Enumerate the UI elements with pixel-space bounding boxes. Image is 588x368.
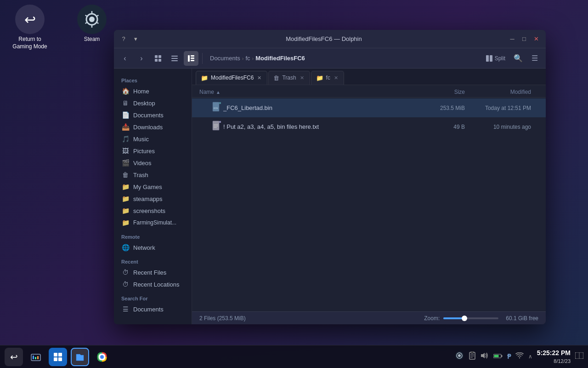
sidebar-item-search-documents-label: Documents (133, 306, 164, 313)
music-icon: 🎵 (121, 135, 130, 143)
file-bin-icon: BIN (210, 101, 223, 115)
sidebar-item-steamapps[interactable]: 📁 steamapps (114, 193, 192, 205)
sidebar-item-recent-locations[interactable]: ⏱ Recent Locations (114, 278, 192, 290)
file-bin-modified: Today at 12:51 PM (465, 105, 538, 111)
svg-rect-37 (58, 353, 62, 356)
network-icon: 🌐 (121, 244, 130, 251)
sidebar-item-trash[interactable]: 🗑 Trash (114, 169, 192, 181)
return-gaming-icon[interactable]: ↩ Return toGaming Mode (9, 5, 51, 50)
tab-trash[interactable]: 🗑 Trash ✕ (268, 71, 310, 85)
search-button[interactable]: 🔍 (511, 51, 526, 66)
tray-clipboard-icon[interactable] (469, 351, 476, 362)
svg-rect-21 (490, 55, 492, 62)
tab-fc-close[interactable]: ✕ (333, 75, 339, 81)
sidebar-item-screenshots[interactable]: 📁 screenshots (114, 205, 192, 217)
svg-rect-9 (155, 55, 158, 58)
main-area: Places 🏠 Home 🖥 Desktop 📄 Documents 📥 Do… (114, 69, 546, 324)
taskbar-icon-chrome[interactable] (93, 348, 111, 366)
maximize-button[interactable]: □ (520, 35, 528, 43)
forward-button[interactable]: › (134, 51, 149, 66)
clock-time: 5:25:22 PM (537, 349, 571, 358)
sidebar-item-downloads-label: Downloads (133, 124, 163, 131)
back-button[interactable]: ‹ (118, 51, 132, 66)
sidebar-item-documents[interactable]: 📄 Documents (114, 109, 192, 121)
sidebar-item-desktop[interactable]: 🖥 Desktop (114, 97, 192, 109)
breadcrumb-documents[interactable]: Documents (210, 55, 240, 62)
farmingsimulat-icon: 📁 (121, 219, 130, 226)
window-title: ModifiedFilesFC6 — Dolphin (143, 35, 504, 42)
sidebar-item-recent-files[interactable]: ⏱ Recent Files (114, 266, 192, 278)
places-section-label: Places (114, 72, 192, 85)
tray-expand-icon[interactable]: ∧ (528, 353, 532, 360)
split-button[interactable]: Split (482, 53, 509, 63)
tray-bluetooth-icon[interactable]: Ᵽ (507, 353, 511, 360)
return-gaming-img: ↩ (15, 5, 45, 34)
menu-button[interactable]: ☰ (527, 51, 542, 66)
col-name-header[interactable]: Name ▲ (199, 89, 419, 95)
sidebar-item-videos-label: Videos (133, 160, 152, 167)
tray-screen-icon[interactable] (575, 352, 583, 361)
svg-rect-33 (33, 356, 34, 359)
taskbar: ↩ (0, 345, 588, 368)
sidebar-item-network[interactable]: 🌐 Network (114, 242, 192, 253)
close-button[interactable]: ✕ (532, 35, 540, 43)
col-modified-header[interactable]: Modified (465, 89, 538, 95)
breadcrumb-fc[interactable]: fc (245, 55, 250, 62)
content-pane: 📁 ModifiedFilesFC6 ✕ 🗑 Trash ✕ 📁 fc ✕ (192, 69, 546, 324)
svg-point-45 (458, 354, 461, 357)
svg-rect-20 (486, 55, 489, 62)
zoom-track[interactable] (443, 317, 498, 319)
file-txt-icon (210, 120, 223, 133)
file-txt-size: 49 B (419, 124, 465, 130)
tray-wifi-icon[interactable] (515, 352, 524, 361)
compact-view-button[interactable] (167, 51, 182, 66)
tray-battery-icon[interactable] (493, 352, 503, 361)
svg-rect-18 (191, 58, 194, 59)
sidebar-item-videos[interactable]: 🎬 Videos (114, 157, 192, 169)
tab-modifiedfiles-icon: 📁 (201, 75, 208, 81)
tab-trash-close[interactable]: ✕ (299, 75, 305, 81)
taskbar-icon-taskmanager[interactable] (27, 348, 45, 366)
sidebar-item-search-documents[interactable]: ☰ Documents (114, 303, 192, 315)
sidebar-item-my-games[interactable]: 📁 My Games (114, 181, 192, 193)
tab-modifiedfiles-close[interactable]: ✕ (256, 75, 262, 81)
steam-desktop-icon[interactable]: Steam (71, 5, 113, 42)
tab-modifiedfiles[interactable]: 📁 ModifiedFilesFC6 ✕ (196, 71, 267, 85)
toolbar-separator (202, 53, 203, 64)
svg-point-55 (519, 357, 520, 358)
tab-fc[interactable]: 📁 fc ✕ (311, 71, 344, 85)
zoom-label: Zoom: (424, 315, 440, 322)
taskbar-icon-files[interactable] (71, 348, 89, 366)
table-row[interactable]: BIN _FC6_Libertad.bin 253.5 MiB Today at… (192, 98, 546, 117)
tray-steam-icon[interactable] (455, 351, 464, 362)
titlebar: ? ▾ ModifiedFilesFC6 — Dolphin ─ □ ✕ (114, 30, 546, 48)
minimize-button[interactable]: ─ (508, 35, 516, 43)
col-size-header[interactable]: Size (419, 89, 465, 95)
sidebar-item-farmingsimulat[interactable]: 📁 FarmingSimulat... (114, 217, 192, 229)
tray-volume-icon[interactable] (481, 352, 489, 361)
svg-rect-54 (494, 355, 498, 357)
svg-rect-12 (158, 59, 161, 62)
sidebar-item-downloads[interactable]: 📥 Downloads (114, 121, 192, 133)
sidebar-item-pictures[interactable]: 🖼 Pictures (114, 145, 192, 157)
taskbar-icon-gaming[interactable]: ↩ (5, 348, 23, 366)
status-info: 2 Files (253.5 MiB) (199, 315, 417, 322)
detail-view-button[interactable] (184, 51, 198, 66)
svg-point-42 (101, 356, 103, 358)
help-button[interactable]: ? (119, 35, 128, 43)
table-row[interactable]: ! Put a2, a3, a4, a5, bin files here.txt… (192, 117, 546, 136)
statusbar: 2 Files (253.5 MiB) Zoom: 60.1 GiB free (192, 311, 546, 324)
sidebar-item-home[interactable]: 🏠 Home (114, 85, 192, 97)
sidebar-item-pictures-label: Pictures (133, 148, 155, 155)
sidebar-item-music[interactable]: 🎵 Music (114, 133, 192, 145)
system-clock[interactable]: 5:25:22 PM 8/12/23 (537, 349, 571, 365)
taskbar-icon-store[interactable] (49, 348, 67, 366)
icon-view-button[interactable] (151, 51, 165, 66)
sidebar-item-network-label: Network (133, 244, 155, 251)
shade-button[interactable]: ▾ (131, 35, 140, 43)
steamapps-icon: 📁 (121, 195, 130, 202)
breadcrumb-current: ModifiedFilesFC6 (255, 55, 305, 62)
zoom-thumb[interactable] (462, 316, 467, 321)
search-documents-icon: ☰ (121, 305, 130, 313)
sidebar-item-steamapps-label: steamapps (133, 196, 163, 202)
